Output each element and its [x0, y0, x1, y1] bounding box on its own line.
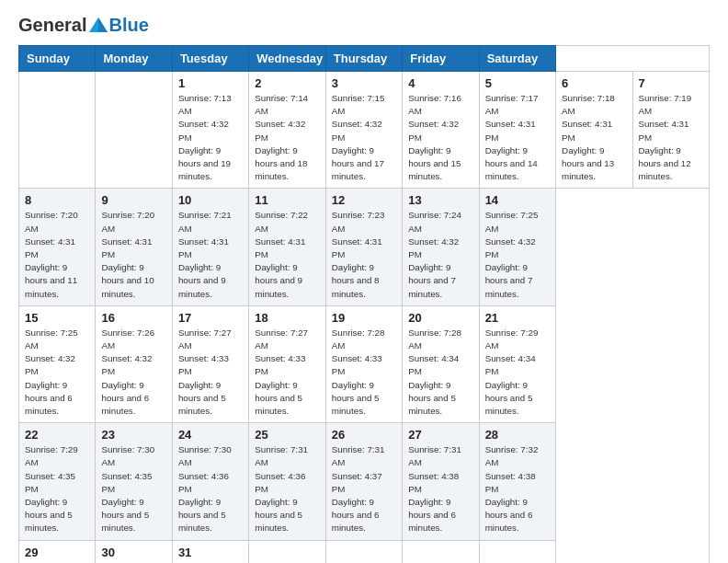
day-info: Sunrise: 7:19 AMSunset: 4:31 PMDaylight:… — [639, 93, 692, 181]
day-info: Sunrise: 7:22 AMSunset: 4:31 PMDaylight:… — [255, 210, 308, 298]
logo-icon — [88, 17, 108, 33]
calendar-day: 12 Sunrise: 7:23 AMSunset: 4:31 PMDaylig… — [325, 189, 402, 305]
day-number: 2 — [255, 76, 319, 90]
calendar-week: 8 Sunrise: 7:20 AMSunset: 4:31 PMDayligh… — [19, 189, 710, 305]
calendar-day: 6 Sunrise: 7:18 AMSunset: 4:31 PMDayligh… — [556, 72, 632, 189]
day-info: Sunrise: 7:17 AMSunset: 4:31 PMDaylight:… — [485, 93, 539, 181]
calendar-day: 2 Sunrise: 7:14 AMSunset: 4:32 PMDayligh… — [249, 72, 325, 189]
svg-marker-1 — [98, 17, 108, 32]
day-info: Sunrise: 7:18 AMSunset: 4:31 PMDaylight:… — [562, 93, 615, 181]
day-number: 6 — [562, 76, 626, 90]
weekday-header: Friday — [403, 46, 479, 72]
day-info: Sunrise: 7:27 AMSunset: 4:33 PMDaylight:… — [178, 327, 232, 416]
day-info: Sunrise: 7:23 AMSunset: 4:31 PMDaylight:… — [332, 210, 385, 298]
calendar-week: 1 Sunrise: 7:13 AMSunset: 4:32 PMDayligh… — [19, 72, 710, 189]
calendar-week: 15 Sunrise: 7:25 AMSunset: 4:32 PMDaylig… — [19, 305, 710, 422]
calendar-day: 24 Sunrise: 7:30 AMSunset: 4:36 PMDaylig… — [172, 423, 248, 540]
day-number: 5 — [485, 76, 550, 90]
day-number: 7 — [639, 76, 704, 90]
calendar-day: 27 Sunrise: 7:31 AMSunset: 4:38 PMDaylig… — [403, 423, 479, 540]
day-info: Sunrise: 7:29 AMSunset: 4:35 PMDaylight:… — [25, 444, 78, 533]
calendar-day: 19 Sunrise: 7:28 AMSunset: 4:33 PMDaylig… — [325, 305, 402, 422]
calendar-day: 26 Sunrise: 7:31 AMSunset: 4:37 PMDaylig… — [325, 423, 402, 540]
day-info: Sunrise: 7:27 AMSunset: 4:33 PMDaylight:… — [255, 327, 308, 416]
day-number: 22 — [25, 428, 89, 442]
calendar-week: 29 Sunrise: 7:32 AMSunset: 4:39 PMDaylig… — [19, 540, 710, 563]
weekday-header: Monday — [96, 46, 172, 72]
calendar-day — [249, 540, 325, 563]
calendar-day: 30 Sunrise: 7:32 AMSunset: 4:40 PMDaylig… — [96, 540, 172, 563]
calendar-day: 22 Sunrise: 7:29 AMSunset: 4:35 PMDaylig… — [19, 423, 96, 540]
weekday-header: Tuesday — [172, 46, 248, 72]
logo-general: General — [18, 15, 86, 36]
calendar-day: 9 Sunrise: 7:20 AMSunset: 4:31 PMDayligh… — [96, 189, 172, 305]
day-number: 19 — [332, 311, 396, 325]
day-number: 30 — [101, 546, 165, 559]
day-number: 25 — [255, 428, 319, 442]
day-number: 14 — [485, 193, 550, 207]
day-number: 17 — [178, 311, 243, 325]
calendar-day: 21 Sunrise: 7:29 AMSunset: 4:34 PMDaylig… — [479, 305, 555, 422]
day-info: Sunrise: 7:20 AMSunset: 4:31 PMDaylight:… — [25, 210, 78, 298]
calendar-day: 11 Sunrise: 7:22 AMSunset: 4:31 PMDaylig… — [249, 189, 325, 305]
calendar: SundayMondayTuesdayWednesdayThursdayFrid… — [18, 45, 710, 563]
calendar-day: 1 Sunrise: 7:13 AMSunset: 4:32 PMDayligh… — [172, 72, 248, 189]
weekday-header: Wednesday — [249, 46, 325, 72]
day-info: Sunrise: 7:14 AMSunset: 4:32 PMDaylight:… — [255, 93, 308, 181]
day-number: 28 — [485, 428, 550, 442]
calendar-day: 23 Sunrise: 7:30 AMSunset: 4:35 PMDaylig… — [96, 423, 172, 540]
weekday-header: Thursday — [325, 46, 402, 72]
day-info: Sunrise: 7:30 AMSunset: 4:35 PMDaylight:… — [101, 444, 154, 533]
day-number: 10 — [178, 193, 243, 207]
calendar-day: 16 Sunrise: 7:26 AMSunset: 4:32 PMDaylig… — [96, 305, 172, 422]
day-info: Sunrise: 7:28 AMSunset: 4:33 PMDaylight:… — [332, 327, 385, 416]
page: General Blue SundayMondayTuesdayWednesda… — [0, 0, 728, 563]
day-info: Sunrise: 7:30 AMSunset: 4:36 PMDaylight:… — [178, 444, 232, 533]
day-info: Sunrise: 7:28 AMSunset: 4:34 PMDaylight:… — [408, 327, 461, 416]
calendar-day: 25 Sunrise: 7:31 AMSunset: 4:36 PMDaylig… — [249, 423, 325, 540]
day-info: Sunrise: 7:24 AMSunset: 4:32 PMDaylight:… — [408, 210, 461, 298]
calendar-day: 7 Sunrise: 7:19 AMSunset: 4:31 PMDayligh… — [632, 72, 710, 189]
calendar-day: 14 Sunrise: 7:25 AMSunset: 4:32 PMDaylig… — [479, 189, 555, 305]
day-number: 11 — [255, 193, 319, 207]
day-info: Sunrise: 7:31 AMSunset: 4:37 PMDaylight:… — [332, 444, 385, 533]
calendar-day: 17 Sunrise: 7:27 AMSunset: 4:33 PMDaylig… — [172, 305, 248, 422]
day-number: 31 — [178, 546, 243, 559]
day-number: 13 — [408, 193, 472, 207]
day-info: Sunrise: 7:25 AMSunset: 4:32 PMDaylight:… — [25, 327, 78, 416]
weekday-header: Saturday — [479, 46, 555, 72]
day-number: 29 — [25, 546, 89, 559]
calendar-day: 29 Sunrise: 7:32 AMSunset: 4:39 PMDaylig… — [19, 540, 96, 563]
day-number: 8 — [25, 193, 89, 207]
day-info: Sunrise: 7:25 AMSunset: 4:32 PMDaylight:… — [485, 210, 539, 298]
day-info: Sunrise: 7:26 AMSunset: 4:32 PMDaylight:… — [101, 327, 154, 416]
day-number: 18 — [255, 311, 319, 325]
logo: General Blue — [18, 15, 149, 36]
day-number: 26 — [332, 428, 396, 442]
header: General Blue — [18, 15, 710, 36]
day-info: Sunrise: 7:32 AMSunset: 4:38 PMDaylight:… — [485, 444, 539, 533]
logo-blue: Blue — [108, 15, 148, 36]
day-number: 23 — [101, 428, 165, 442]
day-number: 24 — [178, 428, 243, 442]
calendar-day: 8 Sunrise: 7:20 AMSunset: 4:31 PMDayligh… — [19, 189, 96, 305]
day-number: 1 — [178, 76, 243, 90]
day-number: 9 — [101, 193, 165, 207]
calendar-day: 3 Sunrise: 7:15 AMSunset: 4:32 PMDayligh… — [325, 72, 402, 189]
day-info: Sunrise: 7:21 AMSunset: 4:31 PMDaylight:… — [178, 210, 232, 298]
calendar-week: 22 Sunrise: 7:29 AMSunset: 4:35 PMDaylig… — [19, 423, 710, 540]
calendar-day — [479, 540, 555, 563]
calendar-day: 18 Sunrise: 7:27 AMSunset: 4:33 PMDaylig… — [249, 305, 325, 422]
weekday-header: Sunday — [19, 46, 96, 72]
day-info: Sunrise: 7:20 AMSunset: 4:31 PMDaylight:… — [101, 210, 154, 298]
day-number: 4 — [408, 76, 472, 90]
day-number: 3 — [332, 76, 396, 90]
day-number: 12 — [332, 193, 396, 207]
day-number: 20 — [408, 311, 472, 325]
day-info: Sunrise: 7:15 AMSunset: 4:32 PMDaylight:… — [332, 93, 385, 181]
day-info: Sunrise: 7:29 AMSunset: 4:34 PMDaylight:… — [485, 327, 539, 416]
empty-day — [96, 72, 172, 189]
logo-text: General Blue — [18, 15, 149, 36]
calendar-day: 4 Sunrise: 7:16 AMSunset: 4:32 PMDayligh… — [403, 72, 479, 189]
day-info: Sunrise: 7:16 AMSunset: 4:32 PMDaylight:… — [408, 93, 461, 181]
